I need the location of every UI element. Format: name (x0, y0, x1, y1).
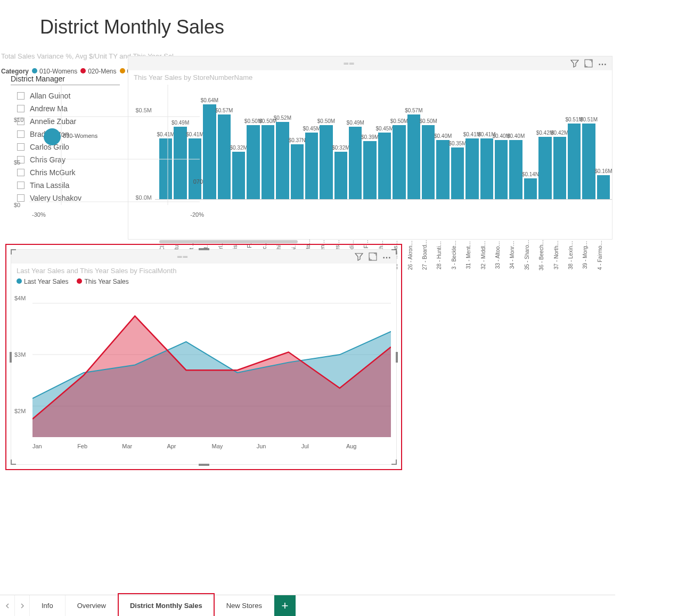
bar-x-label: 39 - Morg… (582, 239, 595, 271)
bar-column[interactable]: $0.35M (451, 147, 464, 200)
bar-x-label: 4 - Fairmo… (597, 239, 610, 271)
legend-last-year: Last Year Sales (24, 278, 68, 285)
resize-handle-right[interactable] (396, 352, 398, 363)
bar-column[interactable]: $0.49M (349, 127, 362, 200)
scatter-right-label: 070 (193, 178, 203, 185)
line-x-label: Apr (167, 443, 211, 449)
line-chart-visual[interactable]: ══ ⋯ Last Year Sales and This Year Sales… (11, 249, 397, 465)
bar-column[interactable]: $0.16M (597, 175, 610, 199)
bar-plot-area: $0.41M$0.49M$0.41M$0.64M$0.57M$0.32M$0.5… (155, 93, 612, 200)
resize-handle-top[interactable] (199, 248, 209, 250)
bar-column[interactable]: $0.45M (305, 133, 318, 199)
line-x-label: Mar (122, 443, 167, 449)
line-x-label: Jul (301, 443, 346, 449)
tab-overview[interactable]: Overview (66, 595, 118, 616)
bar-column[interactable]: $0.50M (262, 125, 274, 199)
add-page-button[interactable]: + (274, 595, 296, 616)
line-x-label: Jun (257, 443, 301, 449)
line-x-label: Aug (346, 443, 391, 449)
bar-x-label: 27 - Board… (422, 239, 435, 271)
line-x-label: Feb (77, 443, 122, 449)
focus-mode-icon[interactable] (369, 252, 377, 261)
scatter-plot-area: Avg $/Unit TY $10 $5 $0 010-Womens 070 -… (0, 79, 204, 218)
bar-x-label: 38 - Lexin… (568, 239, 581, 271)
bar-column[interactable]: $0.39M (363, 141, 376, 199)
tab-nav-prev[interactable] (0, 595, 15, 616)
focus-mode-icon[interactable] (584, 59, 593, 68)
bar-column[interactable]: $0.14N (524, 178, 537, 199)
bar-x-label: 35 - Sharo… (524, 239, 537, 271)
tab-active-highlight (118, 593, 215, 616)
svg-rect-0 (585, 60, 592, 67)
bar-x-label: 37 - North… (553, 239, 566, 271)
scatter-xtick: -30% (32, 211, 46, 218)
bar-column[interactable]: $0.40M (509, 140, 522, 199)
visual-header[interactable]: ══ ⋯ (128, 56, 612, 70)
bar-column[interactable]: $0.57M (407, 114, 420, 199)
bar-x-label: 33 - Altoo… (495, 239, 508, 271)
bar-column[interactable]: $0.51M (568, 124, 581, 199)
bar-x-label: 32 - Middl… (480, 239, 493, 271)
scatter-bubble-label: 010-Womens (63, 133, 97, 139)
bar-column[interactable]: $0.40M (436, 140, 449, 199)
page-tab-strip: InfoOverviewDistrict Monthly SalesNew St… (0, 595, 615, 616)
drag-handle[interactable]: ══ (11, 253, 355, 260)
bar-column[interactable]: $0.41M (480, 138, 493, 199)
resize-handle-left[interactable] (10, 352, 12, 363)
more-options-icon[interactable]: ⋯ (598, 59, 607, 68)
line-chart-legend[interactable]: Last Year Sales This Year Sales (11, 276, 396, 288)
horizontal-scrollbar[interactable] (159, 240, 298, 243)
bar-column[interactable]: $0.32M (232, 152, 245, 199)
drag-handle[interactable]: ══ (128, 60, 570, 67)
bar-column[interactable]: $0.45M (378, 133, 391, 199)
bar-column[interactable]: $0.51M (582, 124, 595, 199)
resize-handle-tr[interactable] (391, 249, 397, 254)
bar-column[interactable]: $0.50M (247, 125, 259, 199)
line-x-label: Jan (32, 443, 77, 449)
tab-new-stores[interactable]: New Stores (215, 595, 274, 616)
more-options-icon[interactable]: ⋯ (382, 252, 391, 261)
bar-x-label: 36 - Beech… (538, 239, 551, 271)
resize-handle-bottom[interactable] (199, 464, 209, 466)
line-chart-title: Last Year Sales and This Year Sales by F… (11, 264, 396, 276)
resize-handle-bl[interactable] (11, 459, 16, 465)
line-x-label: May (212, 443, 257, 449)
bar-column[interactable]: $0.64M (203, 104, 216, 199)
scatter-xtick: -20% (190, 211, 204, 218)
resize-handle-tl[interactable] (11, 249, 16, 254)
bar-column[interactable]: $0.37N (291, 144, 304, 199)
bar-column[interactable]: $0.41M (466, 138, 478, 199)
bar-x-label: 34 - Monr… (509, 239, 522, 271)
line-svg (32, 288, 391, 437)
bar-column[interactable]: $0.42M (538, 137, 551, 199)
tab-info[interactable]: Info (30, 595, 66, 616)
bar-column[interactable]: $0.42M (553, 137, 566, 199)
filter-icon[interactable] (570, 59, 579, 68)
visual-header[interactable]: ══ ⋯ (11, 250, 396, 264)
scatter-bubble-010-womens[interactable] (44, 128, 61, 145)
bar-column[interactable]: $0:32M (334, 152, 347, 199)
bar-column[interactable]: $0.50M (320, 125, 332, 199)
bar-x-label: 28 - Hunti… (436, 239, 449, 271)
tab-nav-next[interactable] (15, 595, 30, 616)
svg-rect-1 (369, 253, 377, 260)
filter-icon[interactable] (355, 252, 363, 261)
bar-column[interactable]: $0.57M (218, 114, 231, 199)
line-plot-area: $4M $3M $2M JanFebMarAprMayJunJulAug (11, 288, 396, 453)
bar-x-label: 3 - Beckle… (451, 239, 464, 271)
legend-this-year: This Year Sales (84, 278, 128, 285)
tab-district-monthly-sales[interactable]: District Monthly Sales (118, 595, 215, 616)
bar-column[interactable]: $0.40M (495, 140, 508, 199)
bar-x-label: 26 - Akron… (407, 239, 420, 271)
bar-column[interactable]: $0.50M (422, 125, 435, 199)
bar-x-label: 31 - Ment… (466, 239, 478, 271)
resize-handle-br[interactable] (391, 459, 397, 465)
bar-column[interactable]: $0.52M (276, 122, 289, 199)
bar-column[interactable]: $0.50M (393, 125, 405, 199)
